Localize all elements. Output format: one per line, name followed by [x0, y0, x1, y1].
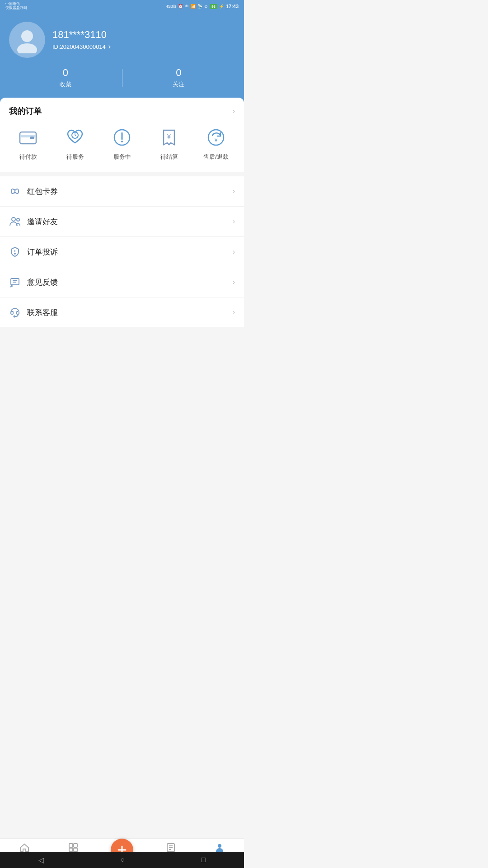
aftersale-icon-circle: ¥ — [204, 126, 228, 149]
coupon-chevron-icon: › — [233, 187, 235, 195]
svg-point-15 — [12, 217, 15, 221]
menu-item-feedback[interactable]: 意见反馈 › — [0, 267, 244, 297]
profile-header: 181****3110 ID:20200430000014 › 0 收藏 0 关… — [0, 13, 244, 102]
favorites-stat[interactable]: 0 收藏 — [9, 67, 122, 89]
invite-chevron-icon: › — [233, 217, 235, 226]
menu-item-cs-left: 联系客服 — [9, 307, 58, 318]
avatar-svg — [14, 26, 41, 53]
pending-settlement-icon-circle: ¥ — [157, 126, 181, 149]
menu-item-invite-left: 邀请好友 — [9, 216, 58, 227]
carrier-sub: 仅限紧急呼叫 — [5, 6, 27, 10]
in-service-icon-circle — [110, 126, 134, 149]
lightning-icon: ⚡ — [219, 4, 224, 9]
people-icon — [9, 216, 21, 227]
status-bar: 中国电信 仅限紧急呼叫 45B/s ⏰ 👁 📶 📡 ⊘ 96 ⚡ 17:43 — [0, 0, 244, 13]
follows-stat[interactable]: 0 关注 — [122, 67, 235, 89]
block-icon: ⊘ — [204, 4, 208, 9]
svg-point-0 — [21, 30, 33, 42]
carrier-info: 中国电信 仅限紧急呼叫 — [5, 2, 27, 10]
svg-line-7 — [75, 135, 76, 136]
pending-payment-icon-circle — [16, 126, 40, 149]
svg-point-16 — [17, 218, 19, 221]
aftersale-label: 售后/退款 — [203, 153, 229, 161]
orders-section: 我的订单 › 待付款 — [0, 98, 244, 172]
profile-chevron-icon: › — [108, 42, 111, 51]
status-icons: 45B/s ⏰ 👁 📶 📡 ⊘ 96 ⚡ 17:43 — [166, 4, 239, 9]
menu-item-complaint-left: 订单投诉 — [9, 246, 58, 258]
complaint-label: 订单投诉 — [27, 247, 58, 257]
follows-label: 关注 — [122, 80, 235, 89]
svg-text:¥: ¥ — [214, 137, 218, 143]
cs-chevron-icon: › — [233, 308, 235, 316]
in-service-label: 服务中 — [113, 153, 131, 161]
pending-service-label: 待服务 — [66, 153, 84, 161]
order-aftersale[interactable]: ¥ 售后/退款 — [192, 126, 239, 161]
svg-point-1 — [17, 43, 37, 53]
menu-section: 红包卡券 › 邀请好友 › — [0, 176, 244, 327]
receipt-yen-icon: ¥ — [158, 127, 180, 148]
wifi-icon: 📶 — [191, 4, 196, 9]
menu-item-coupon-left: 红包卡券 — [9, 185, 58, 197]
order-pending-settlement[interactable]: ¥ 待结算 — [145, 126, 192, 161]
ticket-icon — [9, 185, 21, 197]
exclaim-circle-icon — [111, 127, 133, 148]
headset-icon — [9, 307, 21, 318]
feedback-chevron-icon: › — [233, 278, 235, 286]
phone-number: 181****3110 — [52, 29, 111, 41]
menu-item-invite[interactable]: 邀请好友 › — [0, 207, 244, 237]
signal-icon: 📡 — [197, 4, 202, 9]
alarm-icon: ⏰ — [178, 4, 183, 9]
order-in-service[interactable]: 服务中 — [99, 126, 145, 161]
eye-icon: 👁 — [185, 4, 189, 9]
order-pending-payment[interactable]: 待付款 — [5, 126, 52, 161]
feedback-icon — [9, 276, 21, 288]
svg-point-18 — [14, 253, 15, 254]
invite-label: 邀请好友 — [27, 217, 58, 227]
orders-header[interactable]: 我的订单 › — [0, 98, 244, 122]
pending-service-icon-circle — [63, 126, 87, 149]
clock: 17:43 — [226, 4, 239, 9]
complaint-chevron-icon: › — [233, 248, 235, 256]
profile-info-row[interactable]: 181****3110 ID:20200430000014 › — [9, 22, 235, 58]
follows-count: 0 — [122, 67, 235, 79]
pending-payment-label: 待付款 — [19, 153, 37, 161]
svg-point-10 — [121, 141, 123, 142]
refund-icon: ¥ — [205, 127, 227, 148]
orders-title: 我的订单 — [9, 106, 42, 117]
order-pending-service[interactable]: 待服务 — [52, 126, 99, 161]
orders-chevron-icon: › — [233, 107, 235, 115]
menu-item-complaint[interactable]: 订单投诉 › — [0, 237, 244, 267]
wallet-icon — [17, 127, 39, 148]
avatar[interactable] — [9, 22, 45, 58]
svg-rect-4 — [30, 137, 34, 139]
favorites-label: 收藏 — [9, 80, 122, 89]
profile-stats: 0 收藏 0 关注 — [9, 67, 235, 89]
profile-name-id: 181****3110 ID:20200430000014 › — [52, 29, 111, 51]
customer-service-label: 联系客服 — [27, 307, 58, 318]
pending-settlement-label: 待结算 — [160, 153, 178, 161]
menu-item-feedback-left: 意见反馈 — [9, 276, 58, 288]
order-icons-row: 待付款 待服务 — [0, 122, 244, 172]
network-speed: 45B/s — [166, 4, 176, 9]
user-id-row: ID:20200430000014 › — [52, 42, 111, 51]
shield-icon — [9, 246, 21, 258]
menu-item-coupon[interactable]: 红包卡券 › — [0, 176, 244, 207]
heart-clock-icon — [64, 127, 86, 148]
favorites-count: 0 — [9, 67, 122, 79]
user-id: ID:20200430000014 — [52, 43, 106, 50]
coupon-label: 红包卡券 — [27, 186, 58, 197]
menu-item-customer-service[interactable]: 联系客服 › — [0, 297, 244, 327]
battery-indicator: 96 — [210, 4, 217, 9]
svg-text:¥: ¥ — [167, 133, 171, 140]
svg-point-22 — [14, 316, 15, 317]
feedback-label: 意见反馈 — [27, 277, 58, 288]
